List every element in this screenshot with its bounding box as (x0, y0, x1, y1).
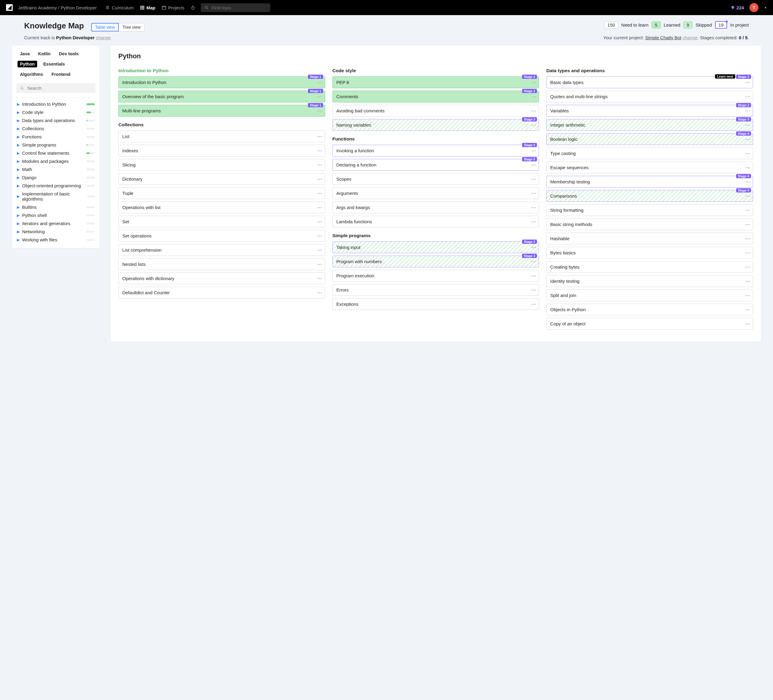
nav-timer[interactable] (191, 5, 196, 10)
sidebar-tab[interactable]: Dev tools (56, 51, 81, 57)
more-icon[interactable]: ••• (531, 109, 536, 113)
more-icon[interactable]: ••• (745, 265, 750, 269)
more-icon[interactable]: ••• (531, 205, 536, 210)
more-icon[interactable]: ••• (317, 219, 322, 224)
more-icon[interactable]: ••• (745, 293, 750, 298)
more-icon[interactable]: ••• (317, 234, 322, 238)
more-icon[interactable]: ••• (317, 80, 322, 85)
more-icon[interactable]: ••• (745, 137, 750, 142)
topic-card[interactable]: Hashable ••• (546, 232, 753, 244)
more-icon[interactable]: ••• (745, 94, 750, 99)
change-project-link[interactable]: change (683, 35, 697, 40)
tree-item[interactable]: ▶ Collections (16, 125, 95, 133)
topic-card[interactable]: Lambda functions ••• (332, 216, 539, 227)
more-icon[interactable]: ••• (745, 123, 750, 127)
nav-curriculum[interactable]: Curriculum (105, 5, 134, 10)
topic-card[interactable]: Membership testing •••Stage 4 (546, 176, 753, 188)
topic-card[interactable]: Declaring a function •••Stage 5 (332, 159, 539, 171)
topic-card[interactable]: Comments •••Stage 2 (332, 91, 539, 102)
topic-card[interactable]: Type casting ••• (546, 147, 753, 159)
topic-card[interactable]: Introduction to Python •••Stage 1 (118, 76, 325, 88)
topic-card[interactable]: Multi-line programs •••Stage 1 (118, 105, 325, 117)
more-icon[interactable]: ••• (317, 205, 322, 210)
topic-card[interactable]: Bytes basics ••• (546, 247, 753, 259)
topic-card[interactable]: Comparisons •••Stage 4 (546, 190, 753, 202)
more-icon[interactable]: ••• (531, 273, 536, 278)
breadcrumb[interactable]: JetBrains Academy / Python Developer (18, 5, 97, 10)
topic-card[interactable]: Overview of the basic program •••Stage 1 (118, 91, 325, 102)
more-icon[interactable]: ••• (745, 236, 750, 241)
more-icon[interactable]: ••• (317, 94, 322, 99)
more-icon[interactable]: ••• (745, 250, 750, 255)
avatar[interactable]: T (750, 3, 758, 12)
nav-map[interactable]: Map (140, 5, 156, 10)
tree-item[interactable]: ▶ Math (16, 165, 95, 173)
topic-card[interactable]: Creating bytes ••• (546, 261, 753, 273)
topic-card[interactable]: Invoking a function •••Stage 5 (332, 145, 539, 156)
tree-item[interactable]: ▶ Working with files (16, 236, 95, 244)
tree-item[interactable]: ▶ Implementation of basic algorithms (16, 190, 95, 203)
sidebar-tab[interactable]: Frontend (49, 71, 73, 77)
sidebar-search[interactable] (16, 83, 95, 93)
topic-card[interactable]: Identity testing ••• (546, 275, 753, 287)
more-icon[interactable]: ••• (531, 123, 536, 127)
more-icon[interactable]: ••• (745, 180, 750, 184)
topic-card[interactable]: List comprehension ••• (118, 244, 325, 256)
more-icon[interactable]: ••• (531, 302, 536, 306)
topic-card[interactable]: List ••• (118, 130, 325, 142)
tree-item[interactable]: ▶ Data types and operations (16, 116, 95, 125)
nav-projects[interactable]: Projects (161, 5, 184, 10)
more-icon[interactable]: ••• (745, 208, 750, 212)
more-icon[interactable]: ••• (317, 134, 322, 139)
topic-card[interactable]: Copy of an object ••• (546, 318, 753, 329)
topic-card[interactable]: Naming variables •••Stage 3 (332, 119, 539, 131)
topic-card[interactable]: Variables •••Stage 2 (546, 105, 753, 117)
topic-card[interactable]: Basic string methods ••• (546, 218, 753, 230)
tree-item[interactable]: ▶ Python shell (16, 211, 95, 219)
more-icon[interactable]: ••• (317, 163, 322, 167)
more-icon[interactable]: ••• (531, 288, 536, 292)
more-icon[interactable]: ••• (317, 262, 322, 267)
tree-item[interactable]: ▶ Builtins (16, 203, 95, 211)
topic-card[interactable]: Objects in Python ••• (546, 304, 753, 315)
topic-card[interactable]: Args and kwargs ••• (332, 201, 539, 213)
topic-card[interactable]: Operations with list ••• (118, 201, 325, 213)
more-icon[interactable]: ••• (745, 80, 750, 85)
more-icon[interactable]: ••• (317, 177, 322, 181)
tree-item[interactable]: ▶ Iterators and generators (16, 219, 95, 227)
tree-item[interactable]: ▶ Control flow statements (16, 149, 95, 157)
topic-card[interactable]: Exceptions ••• (332, 298, 539, 310)
sidebar-tab[interactable]: Algorithms (18, 71, 46, 77)
topic-card[interactable]: Integer arithmetic •••Stage 3 (546, 119, 753, 131)
more-icon[interactable]: ••• (531, 80, 536, 85)
topic-card[interactable]: Program execution ••• (332, 270, 539, 282)
more-icon[interactable]: ••• (317, 290, 322, 295)
topic-card[interactable]: Avoiding bad comments ••• (332, 105, 539, 117)
more-icon[interactable]: ••• (745, 109, 750, 113)
topic-card[interactable]: Slicing ••• (118, 159, 325, 171)
sidebar-tab[interactable]: Kotlin (36, 51, 53, 57)
topic-card[interactable]: Defaultdict and Counter ••• (118, 287, 325, 298)
more-icon[interactable]: ••• (745, 165, 750, 170)
topic-card[interactable]: Taking input •••Stage 2 (332, 241, 539, 253)
more-icon[interactable]: ••• (531, 163, 536, 167)
more-icon[interactable]: ••• (745, 321, 750, 326)
topic-card[interactable]: Split and join ••• (546, 290, 753, 301)
more-icon[interactable]: ••• (317, 148, 322, 153)
more-icon[interactable]: ••• (531, 148, 536, 153)
topic-card[interactable]: Nested lists ••• (118, 258, 325, 270)
tree-view-button[interactable]: Tree view (118, 23, 144, 31)
project-link[interactable]: Simple Chatty Bot (645, 35, 681, 40)
topic-card[interactable]: Tuple ••• (118, 187, 325, 199)
topic-card[interactable]: Scopes ••• (332, 173, 539, 185)
more-icon[interactable]: ••• (317, 191, 322, 196)
more-icon[interactable]: ••• (531, 259, 536, 264)
tree-item[interactable]: ▶ Django (16, 173, 95, 181)
topic-card[interactable]: PEP 8 •••Stage 2 (332, 76, 539, 88)
tree-item[interactable]: ▶ Object-oriented programming (16, 181, 95, 190)
topic-card[interactable]: Boolean logic •••Stage 4 (546, 133, 753, 145)
table-view-button[interactable]: Table view (91, 23, 118, 31)
topic-card[interactable]: Escape sequences ••• (546, 161, 753, 173)
topic-card[interactable]: Operations with dictionary ••• (118, 272, 325, 284)
topbar-search-input[interactable] (212, 5, 266, 10)
